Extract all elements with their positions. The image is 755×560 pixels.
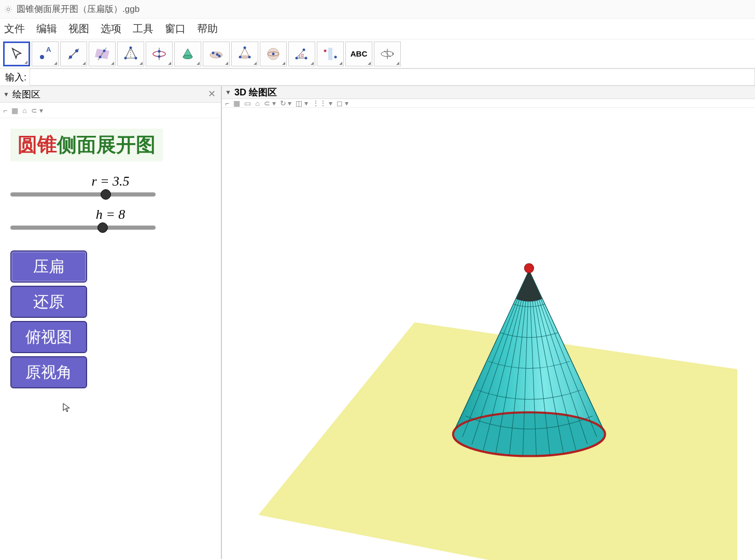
- input-field[interactable]: [30, 68, 755, 86]
- svg-point-22: [240, 55, 249, 59]
- svg-point-19: [212, 51, 215, 54]
- menu-view[interactable]: 视图: [68, 22, 89, 36]
- svg-point-7: [99, 55, 102, 58]
- home3d-icon[interactable]: ⌂: [255, 99, 259, 107]
- cone-scene: [222, 108, 755, 560]
- tool-reflect[interactable]: [317, 41, 344, 66]
- axes3d-icon[interactable]: ⌐: [225, 99, 229, 107]
- tool-sphere-center[interactable]: [260, 41, 287, 66]
- app-icon: [4, 5, 12, 13]
- tool-cone[interactable]: [174, 41, 201, 66]
- svg-point-24: [239, 55, 242, 58]
- graphics-content[interactable]: 圆锥侧面展开图 r = 3.5 h = 8 压扁 还原 俯视图 原视角: [0, 118, 221, 559]
- menu-edit[interactable]: 编辑: [36, 22, 57, 36]
- menu-window[interactable]: 窗口: [165, 22, 186, 36]
- tool-point[interactable]: A: [32, 41, 59, 66]
- graphics-panel-title: 绘图区: [12, 88, 40, 101]
- slider-group: r = 3.5 h = 8: [10, 174, 211, 230]
- title-bar: 圆锥侧面展开图（压扁版）.ggb: [0, 0, 755, 19]
- tool-rotate-view[interactable]: [374, 41, 401, 66]
- graphics-panel-header[interactable]: ▼ 绘图区 ✕: [0, 86, 221, 103]
- graphics-panel: ▼ 绘图区 ✕ ⌐ ▦ ⌂ ⊂ ▾ 圆锥侧面展开图 r = 3.5 h = 8 …: [0, 86, 222, 559]
- collapse-icon[interactable]: ▼: [225, 89, 231, 96]
- svg-point-23: [244, 46, 246, 49]
- svg-point-38: [453, 412, 605, 456]
- grid-icon[interactable]: ▦: [11, 106, 18, 115]
- slider-h-label: h = 8: [10, 207, 211, 222]
- svg-point-20: [216, 53, 219, 55]
- origview-button[interactable]: 原视角: [10, 356, 87, 388]
- view3d-panel: ▼ 3D 绘图区 ⌐ ▦ ▭ ⌂ ⊂ ▾ ↻ ▾ ◫ ▾ ⋮⋮ ▾ ◻ ▾: [222, 86, 755, 559]
- svg-rect-33: [328, 48, 332, 60]
- grid3d-icon[interactable]: ▦: [233, 99, 240, 107]
- svg-point-5: [75, 49, 78, 52]
- tool-angle[interactable]: α: [288, 41, 315, 66]
- snap-icon[interactable]: ⊂ ▾: [31, 106, 43, 115]
- svg-point-25: [248, 55, 251, 58]
- slider-r[interactable]: [10, 192, 156, 197]
- svg-point-34: [324, 49, 327, 52]
- svg-point-32: [303, 48, 305, 51]
- tool-move[interactable]: [3, 41, 30, 66]
- svg-point-31: [305, 57, 307, 59]
- view3d-panel-title: 3D 绘图区: [234, 86, 277, 99]
- plane3d-icon[interactable]: ▭: [244, 99, 251, 107]
- box3d-icon[interactable]: ◻ ▾: [337, 99, 348, 107]
- svg-point-8: [103, 49, 106, 52]
- svg-point-35: [334, 55, 337, 58]
- view3d-canvas[interactable]: [222, 108, 755, 560]
- home-icon[interactable]: ⌂: [22, 106, 26, 115]
- svg-point-1: [40, 55, 44, 59]
- restore-button[interactable]: 还原: [10, 286, 87, 318]
- svg-point-10: [130, 46, 132, 49]
- snap3d-icon[interactable]: ⊂ ▾: [264, 99, 276, 107]
- close-icon[interactable]: ✕: [208, 88, 216, 100]
- tool-line[interactable]: [60, 41, 87, 66]
- svg-point-15: [158, 50, 161, 52]
- menu-options[interactable]: 选项: [101, 22, 121, 36]
- slider-h[interactable]: [10, 226, 156, 230]
- svg-point-28: [272, 52, 275, 55]
- svg-point-53: [524, 263, 534, 273]
- title-card: 圆锥侧面展开图: [10, 129, 163, 161]
- svg-point-21: [218, 54, 221, 57]
- tool-pyramid[interactable]: [117, 41, 144, 66]
- menu-tools[interactable]: 工具: [133, 22, 153, 36]
- svg-point-17: [183, 55, 192, 59]
- menu-help[interactable]: 帮助: [197, 22, 218, 36]
- slider-r-thumb[interactable]: [101, 189, 111, 200]
- topview-button[interactable]: 俯视图: [10, 321, 87, 353]
- tool-sphere-through[interactable]: [231, 41, 258, 66]
- svg-text:α: α: [301, 52, 304, 58]
- workspace: ▼ 绘图区 ✕ ⌐ ▦ ⌂ ⊂ ▾ 圆锥侧面展开图 r = 3.5 h = 8 …: [0, 86, 755, 559]
- svg-point-0: [7, 8, 9, 10]
- menu-bar: 文件 编辑 视图 选项 工具 窗口 帮助: [0, 19, 755, 39]
- input-label: 输入:: [0, 71, 30, 83]
- cursor-icon: [62, 402, 73, 413]
- svg-point-16: [158, 55, 161, 58]
- clip3d-icon[interactable]: ◫ ▾: [296, 99, 308, 107]
- graphics-panel-toolbar: ⌐ ▦ ⌂ ⊂ ▾: [0, 103, 221, 118]
- svg-point-4: [69, 55, 72, 59]
- tool-rotate-solid[interactable]: [146, 41, 173, 66]
- slider-r-label: r = 3.5: [10, 174, 211, 189]
- view3d-panel-header[interactable]: ▼ 3D 绘图区: [222, 86, 755, 99]
- slider-h-thumb[interactable]: [97, 222, 108, 233]
- collapse-icon[interactable]: ▼: [3, 91, 9, 98]
- tool-plane[interactable]: [89, 41, 116, 66]
- rotate3d-icon[interactable]: ↻ ▾: [280, 99, 292, 107]
- title-red: 圆锥: [18, 134, 57, 156]
- action-buttons: 压扁 还原 俯视图 原视角: [10, 250, 211, 388]
- tool-sphere-points[interactable]: [203, 41, 230, 66]
- flatten-button[interactable]: 压扁: [10, 250, 87, 283]
- title-green: 侧面展开图: [57, 134, 156, 156]
- proj3d-icon[interactable]: ⋮⋮ ▾: [312, 99, 332, 107]
- svg-point-11: [124, 57, 127, 59]
- svg-text:A: A: [46, 46, 51, 53]
- svg-point-12: [135, 57, 137, 59]
- tool-text[interactable]: ABC: [345, 41, 372, 66]
- menu-file[interactable]: 文件: [4, 22, 25, 36]
- axes-icon[interactable]: ⌐: [3, 106, 7, 115]
- input-bar: 输入:: [0, 68, 755, 86]
- svg-point-30: [296, 57, 298, 59]
